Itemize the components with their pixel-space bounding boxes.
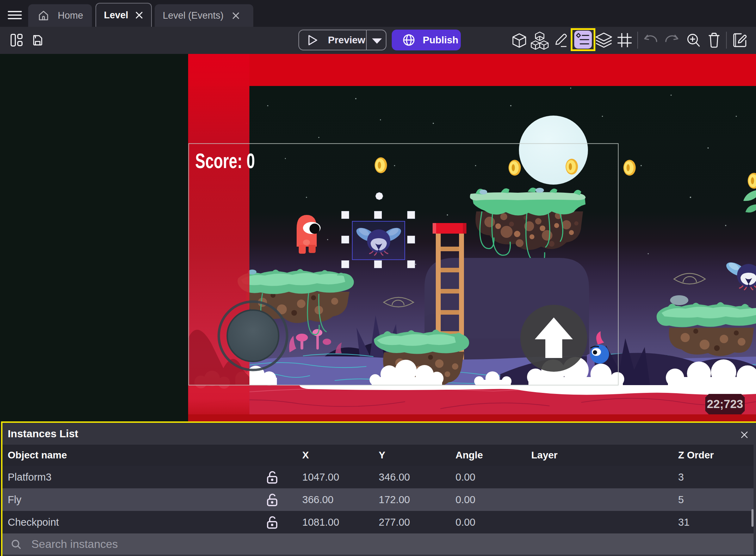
svg-text:Score: 0: Score: 0	[195, 149, 255, 172]
svg-text:22;723: 22;723	[707, 397, 743, 410]
